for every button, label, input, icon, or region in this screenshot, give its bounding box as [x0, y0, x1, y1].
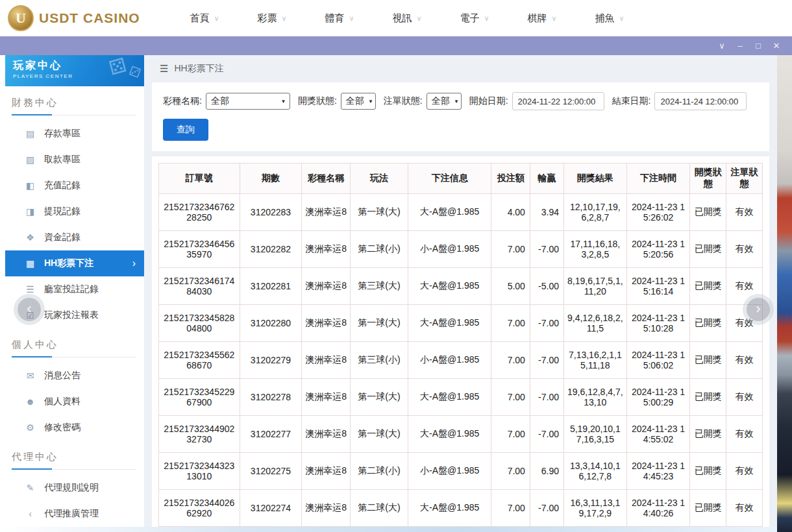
- table-cell: 12,10,17,19,6,2,8,7: [563, 194, 626, 231]
- sidebar-item-agent-rules[interactable]: ✎代理規則說明: [5, 475, 144, 501]
- scroll-left-button[interactable]: ‹: [18, 298, 41, 321]
- search-button[interactable]: 查詢: [163, 119, 208, 141]
- table-cell: 小-A盤@1.985: [408, 342, 491, 379]
- table-cell: 2152173234490232730: [159, 416, 240, 453]
- nav-item-fishing[interactable]: 捕魚∨: [576, 12, 643, 25]
- players-center-header: 玩家中心 PLAYERS CENTER ⚄ ⚂: [5, 55, 144, 86]
- table-cell: 3.94: [530, 194, 563, 231]
- hamburger-icon[interactable]: ☰: [160, 63, 168, 75]
- minimize-icon[interactable]: –: [731, 39, 749, 53]
- table-cell: 第二球(小): [350, 453, 408, 490]
- table-cell: 6.90: [530, 453, 563, 490]
- sidebar-item-label: 取款專區: [44, 154, 80, 165]
- table-cell: 有效: [726, 416, 763, 453]
- sidebar: 玩家中心 PLAYERS CENTER ⚄ ⚂ 財務中心▤存款專區▨取款專區◧充…: [0, 55, 144, 527]
- table-row: 215217323449023273031202277澳洲幸运8第一球(大)大-…: [159, 416, 763, 453]
- table-cell: 31202275: [240, 453, 302, 490]
- end-date-label: 結束日期:: [612, 95, 651, 107]
- logo-icon: U: [8, 5, 34, 31]
- nav-item-label: 視訊: [392, 12, 412, 25]
- column-header: 下注時間: [626, 163, 690, 194]
- sidebar-item-agent-promotion[interactable]: ‹代理推廣管理: [5, 501, 144, 527]
- close-icon[interactable]: ✕: [767, 39, 786, 53]
- bottom-edge-strip: [0, 527, 777, 532]
- table-cell: 有效: [726, 453, 763, 490]
- sidebar-item-deposit[interactable]: ▤存款專區: [5, 121, 144, 147]
- scroll-right-button[interactable]: ›: [747, 298, 770, 321]
- table-row: 215217323443231301031202275澳洲幸运8第二球(小)小-…: [159, 453, 763, 490]
- start-date-input[interactable]: [512, 92, 604, 110]
- logo[interactable]: U USDT CASINO: [0, 5, 153, 31]
- sidebar-item-label: 玩家投注報表: [44, 309, 99, 321]
- window-body: 玩家中心 PLAYERS CENTER ⚄ ⚂ 財務中心▤存款專區▨取款專區◧充…: [0, 55, 777, 527]
- sidebar-item-funds-record[interactable]: ❖資金記錄: [5, 224, 144, 250]
- table-cell: 大-A盤@1.985: [408, 416, 491, 453]
- deposit-icon: ▤: [25, 128, 36, 139]
- sidebar-item-withdraw[interactable]: ▨取款專區: [5, 147, 144, 173]
- table-row: 215217323458280480031202280澳洲幸运8第一球(大)大-…: [159, 305, 763, 342]
- table-cell: 第二球(大): [350, 490, 408, 527]
- table-cell: 7.00: [491, 305, 530, 342]
- column-header: 彩種名稱: [302, 163, 350, 194]
- table-cell: 有效: [726, 490, 763, 527]
- sidebar-item-change-password[interactable]: ⚙修改密碼: [5, 415, 144, 441]
- window-chevron-icon[interactable]: ∨: [713, 39, 731, 53]
- table-cell: 7.00: [491, 490, 530, 527]
- breadcrumb: ☰ HH彩票下注: [144, 55, 777, 82]
- table-cell: 2152173234556268670: [159, 342, 240, 379]
- nav-item-live-video[interactable]: 視訊∨: [373, 12, 441, 25]
- sidebar-item-label: 代理規則說明: [44, 482, 99, 494]
- chevron-left-icon: ‹: [27, 302, 31, 316]
- table-cell: 已開獎: [690, 231, 726, 268]
- table-cell: 2152173234617484030: [159, 268, 240, 305]
- chevron-down-icon: ∨: [349, 15, 354, 22]
- lottery-name-select[interactable]: 全部 ▾: [206, 93, 290, 110]
- order-status-select[interactable]: 全部 ▾: [427, 93, 462, 110]
- table-cell: 4.00: [491, 194, 530, 231]
- chevron-down-icon: ▾: [369, 98, 373, 104]
- sidebar-item-profile[interactable]: ☻個人資料: [5, 389, 144, 415]
- draw-status-select[interactable]: 全部 ▾: [341, 93, 376, 110]
- nav-item-home[interactable]: 首頁∨: [171, 12, 238, 25]
- chevron-right-icon: ›: [132, 258, 136, 269]
- start-date-label: 開始日期:: [469, 95, 508, 107]
- maximize-icon[interactable]: □: [749, 39, 767, 53]
- nav-item-sports[interactable]: 體育∨: [306, 12, 373, 25]
- table-cell: 2024-11-23 15:00:29: [626, 379, 690, 416]
- profile-icon: ☻: [25, 396, 36, 407]
- table-cell: 有效: [726, 342, 763, 379]
- table-cell: 有效: [726, 194, 763, 231]
- table-cell: 2152173234432313010: [159, 453, 240, 490]
- column-header: 玩法: [350, 163, 408, 194]
- table-cell: -7.00: [530, 305, 563, 342]
- table-cell: -7.00: [530, 342, 563, 379]
- table-cell: 2152173234582804800: [159, 305, 240, 342]
- nav-item-lottery[interactable]: 彩票∨: [238, 12, 306, 25]
- nav-item-chess[interactable]: 棋牌∨: [508, 12, 576, 25]
- sidebar-item-cashout-record[interactable]: ◨提現記錄: [5, 199, 144, 224]
- sidebar-item-recharge-record[interactable]: ◧充值記錄: [5, 173, 144, 199]
- sidebar-item-messages[interactable]: ✉消息公告: [5, 363, 144, 389]
- nav-item-slots[interactable]: 電子∨: [441, 12, 508, 25]
- chevron-down-icon: ∨: [484, 15, 489, 22]
- table-cell: 第一球(大): [350, 305, 408, 342]
- table-cell: 第三球(小): [350, 342, 408, 379]
- table-cell: 澳洲幸运8: [302, 231, 350, 268]
- section-title: 個人中心: [12, 339, 136, 357]
- table-cell: 大-A盤@1.985: [408, 194, 491, 231]
- table-cell: 7.00: [491, 231, 530, 268]
- table-cell: -7.00: [530, 231, 563, 268]
- nav-item-label: 棋牌: [527, 12, 547, 25]
- table-cell: 小-A盤@1.985: [408, 231, 491, 268]
- sidebar-item-hh-lottery-bets[interactable]: ▦HH彩票下注›: [5, 250, 144, 276]
- lottery-name-label: 彩種名稱:: [163, 95, 202, 107]
- table-cell: 大-A盤@1.985: [408, 490, 491, 527]
- table-row: 215217323440266292031202274澳洲幸运8第二球(大)大-…: [159, 490, 763, 527]
- nav-item-label: 體育: [325, 12, 344, 25]
- end-date-input[interactable]: [654, 92, 747, 110]
- table-cell: 31202280: [240, 305, 302, 342]
- table-cell: 31202283: [240, 194, 302, 231]
- table-cell: 2024-11-23 15:16:14: [626, 268, 690, 305]
- recharge-record-icon: ◧: [25, 180, 36, 191]
- app-screen: U USDT CASINO 首頁∨彩票∨體育∨視訊∨電子∨棋牌∨捕魚∨ ∨–□✕…: [0, 0, 792, 532]
